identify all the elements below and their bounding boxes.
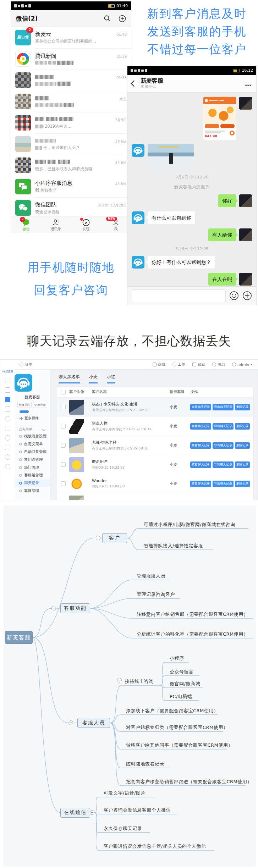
sidebar-item-common-phrases[interactable]: 常用语管理 [15, 456, 50, 464]
leaf[interactable]: 微官网/微商城 [170, 681, 200, 687]
chat-row-tencent-news[interactable]: 腾讯新闻 01:39 [11, 48, 131, 70]
tab-contacts[interactable]: 通讯录 [41, 218, 71, 232]
delete-records-button[interactable]: 删除记录 [235, 500, 250, 500]
export-records-button[interactable]: 导出聊天记录 [213, 404, 234, 410]
leaf[interactable]: 随时随地查看记录 [126, 761, 164, 767]
table-row[interactable]: 尤峰·智惠半径 有什么可以帮到你的03-15 19:58:16 小麦 查看聊天记… [57, 436, 253, 455]
collapse-icon[interactable]: − [117, 678, 122, 682]
back-icon[interactable] [131, 80, 137, 87]
sidebar-item-service-groups[interactable]: 客服组管理 [15, 471, 50, 479]
chat-row-miniprogram-service[interactable]: 小程序客服消息 3月6日 我:你好多个 [11, 176, 131, 197]
chat-row-wechat-team[interactable]: 微信团队 2018年12月28日 安全登录提醒 [11, 197, 131, 219]
rail-icon-settings[interactable] [5, 454, 10, 460]
rail-icon-users[interactable] [5, 426, 10, 431]
search-icon[interactable] [104, 15, 111, 22]
chat-row-censored-1[interactable]: 01:38 [11, 70, 131, 91]
table-row[interactable]: A-李强-小程序-公众号开发 小麦 查看聊天记录 导出聊天记录 删除记录 [57, 493, 253, 500]
leaf[interactable]: 客户咨询会发信息客服个人微信 [104, 807, 171, 813]
leaf[interactable]: 小程序 [170, 655, 184, 662]
tab-wechat[interactable]: 2 微信 [11, 218, 41, 232]
sidebar-item-template-msg[interactable]: 模版消息设置 [15, 432, 50, 440]
tab-chat-blacklist[interactable]: 聊天黑名单 [59, 374, 80, 383]
attach-plus-icon[interactable] [242, 291, 252, 300]
mindmap-root[interactable]: 新麦客服 [5, 631, 33, 644]
switch-relation-button[interactable]: 切换关联 [17, 402, 32, 408]
emoji-icon[interactable] [229, 291, 239, 300]
chat-row-censored-4[interactable]: 3月6日 会，要过来担人么？ [11, 133, 131, 155]
sidebar-item-departments[interactable]: 部门管理 [15, 464, 50, 471]
view-records-button[interactable]: 查看聊天记录 [190, 461, 211, 468]
table-row[interactable]: 匿名用户 你好03-15 16:32:23 小麦 查看聊天记录 导出聊天记录 删… [57, 455, 253, 474]
tab-xiaomai[interactable]: 小麦 [89, 374, 98, 383]
view-records-button[interactable]: 查看聊天记录 [190, 404, 211, 410]
sidebar-item-service-manage[interactable]: 客服管理 [15, 487, 50, 495]
collapse-icon[interactable]: − [68, 720, 73, 725]
game-screenshot-image[interactable] [148, 144, 194, 170]
table-row[interactable]: 杨杰 | 少又科技·文化·生活 有什么可以帮到你的03-15 23:02:12 … [57, 398, 253, 417]
export-records-button[interactable]: 导出聊天记录 [213, 461, 234, 468]
leaf[interactable]: 可发文字/语音/图片 [104, 790, 146, 796]
leaf[interactable]: 智能排队接入/选择指定客服 [144, 543, 203, 549]
leaf[interactable]: 管理服服人员 [137, 573, 165, 579]
chat-row-xinmaiyun[interactable]: 易订货 2 新麦云 01:48 完美把公众号的留言转到客服的... [11, 27, 131, 48]
collapse-icon[interactable]: − [96, 536, 100, 540]
product-card[interactable]: ¥47.90 [203, 97, 236, 140]
topbar-help[interactable]: 帮助 [192, 362, 205, 367]
rail-icon-person[interactable] [5, 435, 10, 441]
select-all-checkbox[interactable] [61, 390, 66, 394]
topbar-messages[interactable]: 消息 [212, 362, 225, 367]
table-row[interactable]: 焦点人物 有什么可以帮到你的？03-15 21:18:14 小麦 查看聊天记录 … [57, 417, 253, 436]
more-plugins[interactable]: 更多插件 [20, 416, 45, 424]
leaf[interactable]: 公众号留言 [170, 669, 194, 675]
message-input[interactable] [132, 289, 226, 302]
topbar-workorder[interactable]: 工单 [172, 362, 185, 367]
switch-app-button[interactable]: 切换应用 [33, 402, 47, 408]
rail-icon-monitor[interactable] [5, 445, 10, 450]
tab-xiaohong[interactable]: 小红 [107, 374, 115, 383]
leaf[interactable]: 对客户贴标签归类（需要配合跟客宝CRM使用） [126, 724, 228, 731]
rail-icon-lock[interactable] [5, 464, 10, 469]
tab-me[interactable]: NEW 我 [101, 218, 131, 232]
view-records-button[interactable]: 查看聊天记录 [190, 442, 211, 449]
menu-item[interactable]: 菜单 [20, 362, 32, 367]
more-menu-icon[interactable]: … [245, 80, 252, 87]
leaf[interactable]: PC/电脑端 [170, 693, 192, 700]
node-customer[interactable]: 客户 [102, 533, 127, 543]
view-records-button[interactable]: 查看聊天记录 [190, 481, 211, 487]
row-checkbox[interactable] [61, 481, 66, 486]
row-checkbox[interactable] [61, 424, 66, 429]
rail-icon-home[interactable] [5, 387, 10, 393]
table-row[interactable]: Wonder 你好03-15 14:04:08 小麦 查看聊天记录 导出聊天记录… [57, 474, 253, 493]
delete-records-button[interactable]: 删除记录 [235, 481, 250, 487]
node-service-staff[interactable]: 客服人员 [77, 718, 110, 728]
chat-row-censored-2[interactable]: 昨天 [11, 91, 131, 112]
topbar-account[interactable]: admin [232, 363, 253, 367]
leaf[interactable]: 客户跟进情况会发信息主管/相关人员的个人微信 [104, 843, 206, 850]
sidebar-item-chat-records[interactable]: 聊天记录 [15, 479, 50, 487]
export-records-button[interactable]: 导出聊天记录 [213, 481, 234, 487]
node-service-functions[interactable]: 客服功能 [60, 603, 90, 613]
chat-row-censored-5[interactable]: 3月6日 较多，已显示联系人和群成员聊 [11, 155, 131, 176]
export-records-button[interactable]: 导出聊天记录 [213, 442, 234, 449]
chat-row-censored-3[interactable]: 3月9日 2019港科大… [11, 112, 131, 133]
collapse-icon[interactable]: − [51, 606, 56, 610]
tab-discover[interactable]: 发现 [71, 218, 101, 232]
leaf[interactable]: 分析统计客户的移化率（需要配合跟客宝CRM使用） [137, 631, 248, 637]
view-records-button[interactable]: 查看聊天记录 [190, 500, 211, 500]
delete-records-button[interactable]: 删除记录 [235, 461, 250, 468]
leaf[interactable]: 永久保存聊天记录 [104, 825, 142, 832]
add-icon[interactable] [119, 15, 126, 22]
sidebar-item-auto-reply[interactable]: 自动回复管理 [15, 448, 50, 456]
node-online-communication[interactable]: 在线通信 [60, 808, 90, 818]
leaf[interactable]: 添加线下客户（需要配合跟客宝CRM使用） [126, 708, 218, 714]
delete-records-button[interactable]: 删除记录 [235, 404, 250, 410]
subnode-online-consult[interactable]: 接待线上咨询 [125, 678, 154, 685]
row-checkbox[interactable] [61, 462, 66, 467]
view-records-button[interactable]: 查看聊天记录 [190, 423, 211, 430]
row-checkbox[interactable] [61, 405, 66, 409]
rail-icon-active-app[interactable] [5, 397, 10, 402]
leaf[interactable]: 管理记录咨询客户 [137, 591, 175, 598]
export-records-button[interactable]: 导出聊天记录 [213, 423, 234, 430]
rail-icon-cloud[interactable] [5, 416, 10, 421]
leaf[interactable]: 可通过小程序/电脑/微官网/微商城在线咨询 [144, 521, 235, 528]
